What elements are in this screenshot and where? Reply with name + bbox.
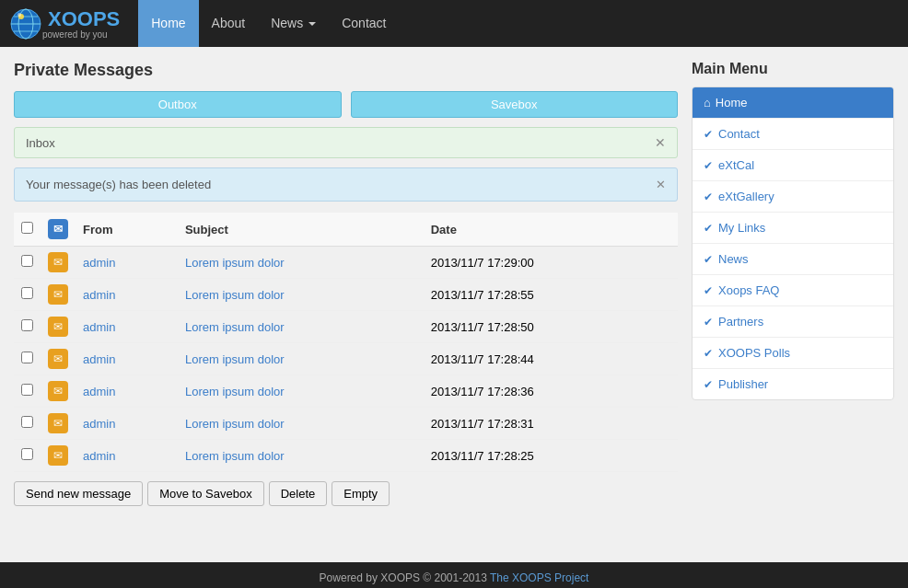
page-title: Private Messages (14, 61, 678, 80)
row-from: admin (76, 440, 178, 472)
from-link[interactable]: admin (83, 256, 115, 270)
from-link[interactable]: admin (83, 385, 115, 398)
subject-link[interactable]: Lorem ipsum dolor (185, 449, 285, 463)
col-from: From (76, 213, 178, 247)
delete-button[interactable]: Delete (269, 481, 328, 506)
alert-close-icon[interactable]: ✕ (656, 178, 666, 191)
row-from: admin (76, 279, 178, 311)
inbox-bar: Inbox ✕ (14, 127, 678, 158)
empty-button[interactable]: Empty (332, 481, 390, 506)
row-from: admin (76, 408, 178, 440)
row-checkbox-cell (14, 375, 41, 408)
row-subject: Lorem ipsum dolor (178, 343, 424, 375)
sidebar-item-extcal[interactable]: ✔eXtCal (693, 150, 893, 181)
row-checkbox[interactable] (21, 448, 33, 460)
check-icon: ✔ (704, 253, 713, 266)
inbox-label: Inbox (26, 136, 55, 150)
row-checkbox-cell (14, 408, 41, 440)
select-all-checkbox[interactable] (21, 222, 33, 234)
row-checkbox[interactable] (21, 416, 33, 428)
brand: XOOPS powered by you (9, 7, 120, 40)
envelope-icon: ✉ (48, 252, 68, 272)
header-envelope-icon: ✉ (48, 219, 68, 239)
sidebar-item-partners[interactable]: ✔Partners (693, 306, 893, 338)
row-subject: Lorem ipsum dolor (178, 375, 424, 408)
sidebar-item-xoops-polls[interactable]: ✔XOOPS Polls (693, 338, 893, 369)
check-icon: ✔ (704, 284, 713, 297)
sidebar-item-home[interactable]: ⌂Home (693, 87, 893, 119)
alert-bar: Your message(s) has been deleted ✕ (14, 167, 678, 202)
content-area: Private Messages Outbox Savebox Inbox ✕ … (14, 61, 692, 548)
check-icon: ✔ (704, 347, 713, 360)
subject-link[interactable]: Lorem ipsum dolor (185, 417, 285, 431)
check-icon: ✔ (704, 316, 713, 329)
from-link[interactable]: admin (83, 449, 115, 463)
navbar: XOOPS powered by you Home About News Con… (0, 0, 908, 47)
nav-item-news[interactable]: News (258, 0, 329, 47)
row-checkbox-cell (14, 343, 41, 375)
main-container: Private Messages Outbox Savebox Inbox ✕ … (0, 47, 908, 562)
row-date: 2013/11/7 17:28:44 (424, 343, 678, 375)
outbox-button[interactable]: Outbox (14, 91, 342, 118)
check-icon: ✔ (704, 222, 713, 235)
nav-item-about[interactable]: About (199, 0, 259, 47)
row-checkbox[interactable] (21, 352, 33, 363)
from-link[interactable]: admin (83, 288, 115, 302)
from-link[interactable]: admin (83, 320, 115, 334)
svg-point-6 (17, 13, 21, 17)
send-new-message-button[interactable]: Send new message (14, 481, 143, 506)
sidebar-menu: ⌂Home✔Contact✔eXtCal✔eXtGallery✔My Links… (692, 86, 894, 400)
row-icon-cell: ✉ (41, 408, 76, 440)
subject-link[interactable]: Lorem ipsum dolor (185, 320, 285, 334)
row-subject: Lorem ipsum dolor (178, 311, 424, 343)
row-checkbox[interactable] (21, 287, 33, 299)
subject-link[interactable]: Lorem ipsum dolor (185, 256, 285, 270)
row-checkbox-cell (14, 279, 41, 311)
alert-message: Your message(s) has been deleted (26, 178, 211, 191)
table-row: ✉ admin Lorem ipsum dolor 2013/11/7 17:2… (14, 440, 678, 472)
col-date: Date (424, 213, 678, 247)
mailbox-buttons: Outbox Savebox (14, 91, 678, 118)
row-icon-cell: ✉ (41, 343, 76, 375)
row-date: 2013/11/7 17:28:50 (424, 311, 678, 343)
check-icon: ✔ (704, 159, 713, 172)
from-link[interactable]: admin (83, 352, 115, 366)
row-from: admin (76, 311, 178, 343)
subject-link[interactable]: Lorem ipsum dolor (185, 385, 285, 398)
row-checkbox[interactable] (21, 255, 33, 267)
row-checkbox[interactable] (21, 384, 33, 396)
row-subject: Lorem ipsum dolor (178, 247, 424, 279)
sidebar-item-xoops-faq[interactable]: ✔Xoops FAQ (693, 275, 893, 306)
savebox-button[interactable]: Savebox (351, 91, 679, 118)
inbox-close-icon[interactable]: ✕ (655, 135, 666, 150)
subject-link[interactable]: Lorem ipsum dolor (185, 288, 285, 302)
sidebar-item-my-links[interactable]: ✔My Links (693, 213, 893, 244)
envelope-icon: ✉ (48, 413, 68, 433)
nav-item-contact[interactable]: Contact (329, 0, 399, 47)
nav-items: Home About News Contact (138, 0, 399, 47)
row-date: 2013/11/7 17:28:31 (424, 408, 678, 440)
check-icon: ✔ (704, 128, 713, 141)
sidebar: Main Menu ⌂Home✔Contact✔eXtCal✔eXtGaller… (692, 61, 894, 548)
row-icon-cell: ✉ (41, 440, 76, 472)
row-date: 2013/11/7 17:28:36 (424, 375, 678, 408)
row-from: admin (76, 375, 178, 408)
sidebar-item-news[interactable]: ✔News (693, 244, 893, 275)
table-row: ✉ admin Lorem ipsum dolor 2013/11/7 17:2… (14, 408, 678, 440)
subject-link[interactable]: Lorem ipsum dolor (185, 352, 285, 366)
nav-item-home[interactable]: Home (138, 0, 198, 47)
table-row: ✉ admin Lorem ipsum dolor 2013/11/7 17:2… (14, 279, 678, 311)
from-link[interactable]: admin (83, 417, 115, 431)
sidebar-item-publisher[interactable]: ✔Publisher (693, 369, 893, 399)
table-row: ✉ admin Lorem ipsum dolor 2013/11/7 17:2… (14, 375, 678, 408)
footer-link[interactable]: The XOOPS Project (490, 571, 588, 584)
envelope-icon: ✉ (48, 381, 68, 401)
move-to-savebox-button[interactable]: Move to Savebox (147, 481, 263, 506)
footer-text: Powered by XOOPS © 2001-2013 (320, 571, 487, 584)
row-checkbox[interactable] (21, 319, 33, 331)
sidebar-item-contact[interactable]: ✔Contact (693, 119, 893, 150)
footer: Powered by XOOPS © 2001-2013 The XOOPS P… (0, 562, 908, 588)
sidebar-item-extgallery[interactable]: ✔eXtGallery (693, 181, 893, 213)
envelope-icon: ✉ (48, 317, 68, 337)
row-subject: Lorem ipsum dolor (178, 408, 424, 440)
